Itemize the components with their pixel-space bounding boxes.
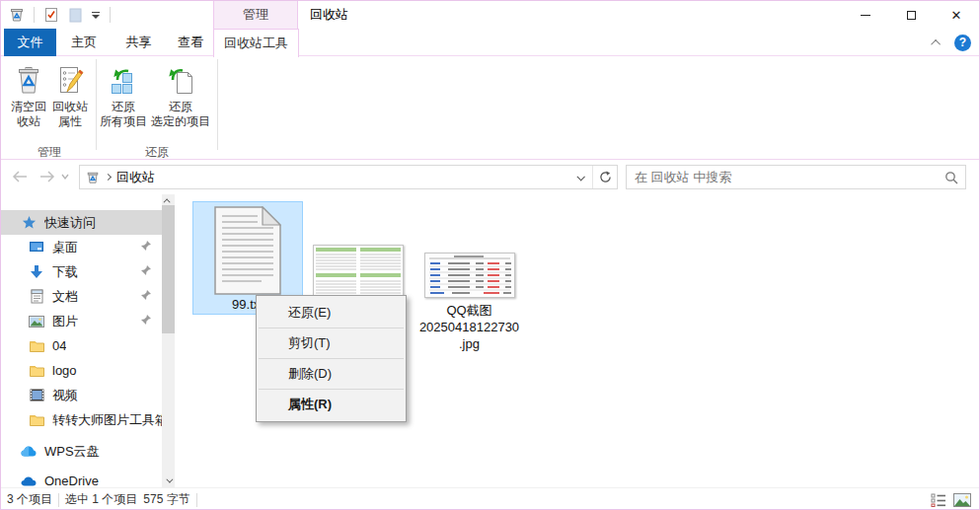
tab-file[interactable]: 文件: [4, 29, 56, 56]
context-menu: 还原(E) 剪切(T) 删除(D) 属性(R): [256, 295, 407, 422]
minimize-icon: [861, 15, 870, 16]
context-menu-separator: [259, 389, 404, 390]
sidebar-item-zhuanzhuan-toolbox[interactable]: 转转大师图片工具箱: [1, 407, 162, 432]
restore-selected-items-button[interactable]: 还原选定的项目: [147, 59, 214, 140]
help-icon[interactable]: ?: [954, 35, 971, 51]
recycle-bin-icon[interactable]: [7, 5, 27, 25]
file-name: QQ截图 20250418122730 .jpg: [419, 302, 519, 352]
documents-icon: [29, 289, 44, 305]
recycle-bin-properties-icon: [53, 63, 87, 97]
table-thumbnail-image: [424, 253, 515, 298]
desktop-icon: [29, 240, 44, 255]
window-controls: ✕: [843, 1, 979, 29]
recycle-bin-location-icon: [86, 171, 100, 184]
ribbon-group-separator: [96, 59, 97, 150]
tab-view[interactable]: 查看: [166, 29, 215, 56]
file-item-spreadsheet-thumbnail[interactable]: [313, 245, 404, 301]
close-button[interactable]: ✕: [934, 1, 979, 29]
pictures-icon: [29, 314, 44, 329]
scrollbar-thumb[interactable]: [162, 205, 175, 333]
qat-dropdown-icon[interactable]: [89, 5, 103, 25]
button-label: 还原: [169, 100, 192, 113]
text-document-icon: [214, 206, 281, 295]
button-label: 回收站: [52, 100, 88, 113]
empty-recycle-bin-icon: [12, 63, 45, 97]
blank-page-icon[interactable]: [65, 5, 85, 25]
folder-icon: [29, 338, 44, 354]
file-item-qq-screenshot[interactable]: QQ截图 20250418122730 .jpg: [413, 253, 526, 352]
scrollbar-down-icon[interactable]: [162, 474, 175, 487]
explorer-window: 管理 回收站 ✕ 文件 主页 共享 查看 回收站工具 ? 清空回收站: [0, 0, 980, 510]
search-box[interactable]: [626, 165, 966, 189]
back-icon[interactable]: [9, 166, 31, 187]
minimize-button[interactable]: [843, 1, 888, 29]
contextual-tab-group-label: 管理: [213, 1, 298, 29]
pin-icon: [140, 314, 152, 328]
item-count: 3 个项目: [1, 491, 58, 508]
sidebar-scrollbar[interactable]: [162, 194, 175, 487]
titlebar: 管理 回收站 ✕: [1, 1, 979, 29]
breadcrumb-path[interactable]: 回收站: [116, 169, 155, 186]
qat-separator: [110, 7, 111, 23]
maximize-button[interactable]: [888, 1, 934, 29]
window-title: 回收站: [310, 1, 348, 29]
context-menu-separator: [259, 358, 404, 359]
forward-icon[interactable]: [37, 166, 58, 187]
spreadsheet-thumbnail-image: [313, 245, 404, 301]
recycle-bin-properties-button[interactable]: 回收站属性: [48, 59, 92, 140]
large-icons-view-icon[interactable]: [953, 492, 971, 508]
address-dropdown-icon[interactable]: [568, 166, 592, 188]
sidebar-item-logo[interactable]: logo: [1, 358, 162, 383]
address-bar[interactable]: 回收站: [79, 165, 618, 189]
context-menu-item-properties[interactable]: 属性(R): [257, 391, 406, 418]
context-menu-item-delete[interactable]: 删除(D): [257, 360, 406, 388]
breadcrumb-chevron-icon: [105, 174, 112, 181]
pin-icon: [140, 264, 152, 279]
tab-recycle-bin-tools[interactable]: 回收站工具: [213, 29, 299, 57]
ribbon-group-restore: 还原: [100, 144, 214, 158]
quick-access-toolbar: [7, 4, 113, 26]
sidebar-item-videos[interactable]: 视频: [1, 383, 162, 407]
ribbon-tab-row: 文件 主页 共享 查看 回收站工具 ?: [1, 29, 979, 56]
breadcrumb[interactable]: 回收站: [80, 169, 568, 186]
context-menu-item-restore[interactable]: 还原(E): [257, 299, 406, 327]
search-icon[interactable]: [938, 171, 965, 184]
status-separator: [196, 493, 197, 507]
restore-all-items-button[interactable]: 还原所有项目: [100, 59, 147, 140]
sidebar-item-quick-access[interactable]: 快速访问: [1, 210, 162, 235]
videos-icon: [29, 388, 44, 403]
sidebar-item-wps-cloud[interactable]: WPS云盘: [1, 439, 162, 464]
folder-icon: [29, 363, 44, 379]
downloads-icon: [29, 264, 44, 280]
sidebar-item-04[interactable]: 04: [1, 333, 162, 358]
ribbon-group-manage: 管理: [7, 144, 92, 158]
checked-document-icon[interactable]: [41, 5, 61, 25]
file-list: 99.txt: [176, 194, 980, 487]
context-menu-separator: [259, 328, 404, 328]
navigation-bar: 回收站: [1, 160, 979, 194]
button-label: 还原: [112, 100, 135, 113]
tab-home[interactable]: 主页: [56, 29, 112, 56]
folder-icon: [29, 412, 44, 428]
collapse-ribbon-icon[interactable]: [931, 36, 942, 48]
details-view-icon[interactable]: [930, 492, 947, 508]
pin-icon: [140, 240, 152, 255]
empty-recycle-bin-button[interactable]: 清空回收站: [7, 59, 50, 140]
quick-access-star-icon: [21, 215, 37, 231]
sidebar-item-pictures[interactable]: 图片: [1, 309, 162, 333]
recent-locations-caret-icon[interactable]: [58, 166, 72, 187]
context-menu-item-cut[interactable]: 剪切(T): [257, 329, 406, 357]
sidebar-item-documents[interactable]: 文档: [1, 284, 162, 309]
selected-count: 选中 1 个项目: [59, 491, 143, 508]
restore-selected-items-icon: [164, 63, 197, 97]
refresh-icon[interactable]: [592, 166, 617, 188]
maximize-icon: [907, 11, 916, 20]
tab-share[interactable]: 共享: [112, 29, 166, 56]
sidebar-item-downloads[interactable]: 下载: [1, 259, 162, 284]
wps-cloud-icon: [21, 444, 37, 460]
sidebar-item-desktop[interactable]: 桌面: [1, 235, 162, 259]
navigation-pane: 快速访问 桌面 下载: [1, 194, 162, 487]
search-input[interactable]: [627, 170, 938, 184]
ribbon: 清空回收站 回收站属性 还原所有项目 还原选定的项目 管理 还原: [1, 57, 979, 160]
restore-all-items-icon: [107, 63, 140, 97]
